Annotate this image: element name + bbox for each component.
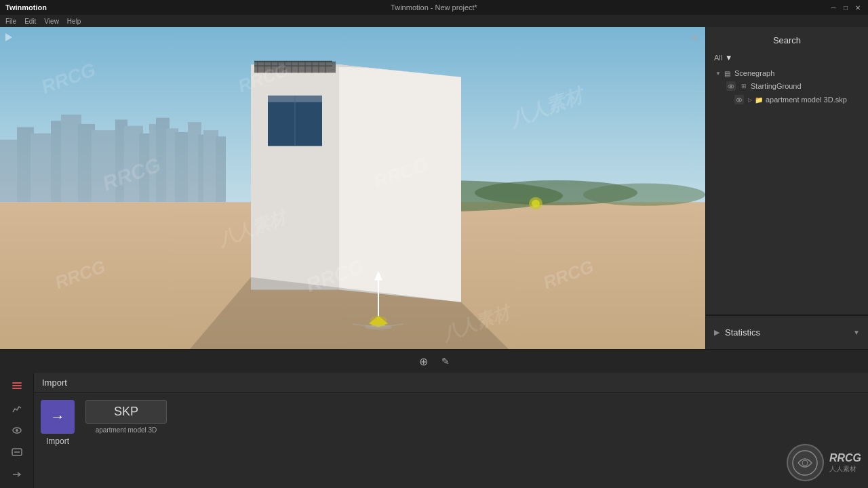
scenegraph-starting-ground[interactable]: ⊞ StartingGround bbox=[722, 79, 863, 93]
sidebar-layers-icon[interactable] bbox=[7, 378, 27, 394]
apt-chevron: ▷ bbox=[748, 97, 752, 103]
menu-file[interactable]: File bbox=[5, 18, 16, 25]
statistics-panel[interactable]: ▶ Statistics ▼ bbox=[706, 315, 868, 349]
svg-rect-61 bbox=[12, 388, 22, 389]
svg-rect-3 bbox=[31, 134, 54, 202]
import-main-area: Import → Import SKP apartment model 3D bbox=[34, 373, 868, 488]
svg-rect-18 bbox=[216, 136, 226, 202]
ground-icon: ⊞ bbox=[740, 82, 748, 90]
statistics-chevron[interactable]: ▼ bbox=[853, 329, 860, 336]
svg-rect-59 bbox=[12, 382, 22, 384]
maximize-button[interactable]: □ bbox=[841, 3, 850, 12]
menu-view[interactable]: View bbox=[44, 18, 59, 25]
visibility-icon-apt[interactable] bbox=[734, 95, 744, 104]
svg-point-22 bbox=[583, 184, 705, 206]
import-button[interactable]: → bbox=[41, 400, 75, 434]
import-content: → Import SKP apartment model 3D bbox=[34, 393, 868, 488]
rrcg-brand-text: RRCG bbox=[829, 452, 861, 464]
minimize-button[interactable]: ─ bbox=[829, 3, 838, 12]
viewport-eye-button[interactable]: 👁 bbox=[690, 33, 700, 43]
svg-rect-26 bbox=[254, 62, 336, 73]
top-section: 👁 RRCG RRCG RRCG RRCG RRCG RRCG RRCG 八人素… bbox=[0, 27, 868, 349]
svg-point-58 bbox=[738, 99, 741, 101]
app-logo: Twinmotion bbox=[5, 3, 47, 12]
import-arrow-icon: → bbox=[50, 408, 65, 426]
main-layout: 👁 RRCG RRCG RRCG RRCG RRCG RRCG RRCG 八人素… bbox=[0, 27, 868, 488]
window-controls[interactable]: ─ □ ✕ bbox=[829, 3, 863, 12]
filter-label: All bbox=[714, 54, 722, 62]
svg-point-52 bbox=[365, 325, 392, 329]
import-top-bar: Import bbox=[34, 373, 868, 393]
svg-point-67 bbox=[793, 451, 817, 475]
svg-rect-7 bbox=[92, 130, 119, 202]
titlebar: Twinmotion Twinmotion - New project* ─ □… bbox=[0, 0, 868, 15]
menu-edit[interactable]: Edit bbox=[24, 18, 36, 25]
import-tab-label: Import bbox=[42, 378, 67, 388]
rrcg-watermark: RRCG 人人素材 bbox=[787, 444, 861, 481]
menubar: File Edit View Help bbox=[0, 15, 868, 27]
import-button-wrapper: → Import bbox=[41, 400, 75, 446]
viewport-play-button[interactable] bbox=[5, 33, 12, 43]
scenegraph-apartment[interactable]: ▷ 📁 apartment model 3D.skp bbox=[730, 93, 863, 106]
statistics-title: Statistics bbox=[725, 327, 760, 338]
menu-help[interactable]: Help bbox=[67, 18, 81, 25]
filter-dropdown[interactable]: ▼ bbox=[725, 54, 732, 62]
filter-arrow: ▼ bbox=[725, 54, 732, 62]
rrcg-logo-circle bbox=[787, 444, 824, 481]
search-title: Search bbox=[773, 35, 801, 45]
scene-svg bbox=[0, 27, 705, 349]
pen-button[interactable]: ✎ bbox=[441, 356, 450, 367]
scenegraph-root[interactable]: ▼ ▤ Scenegraph bbox=[711, 67, 863, 79]
rrcg-text-group: RRCG 人人素材 bbox=[829, 452, 861, 474]
scenegraph-ground-label: StartingGround bbox=[751, 82, 802, 90]
import-button-label: Import bbox=[46, 436, 69, 446]
app-title: Twinmotion - New project* bbox=[391, 3, 477, 12]
statistics-play-icon[interactable]: ▶ bbox=[714, 328, 719, 337]
sidebar-link-icon[interactable] bbox=[7, 444, 27, 460]
sidebar-eye-icon[interactable] bbox=[7, 422, 27, 439]
svg-point-56 bbox=[730, 85, 732, 87]
scenegraph-root-label: Scenegraph bbox=[734, 69, 774, 77]
svg-rect-60 bbox=[12, 385, 22, 386]
svg-marker-24 bbox=[339, 64, 461, 302]
sidebar-graph-icon[interactable] bbox=[7, 400, 27, 416]
crosshair-button[interactable]: ⊕ bbox=[419, 355, 428, 368]
rrcg-sub-text: 人人素材 bbox=[829, 464, 861, 474]
bottom-toolbar: ⊕ ✎ bbox=[0, 349, 868, 373]
root-folder-icon: ▤ bbox=[724, 69, 732, 77]
visibility-icon-ground[interactable] bbox=[726, 81, 736, 91]
svg-point-54 bbox=[532, 200, 540, 207]
right-panel: Search All ▼ ▼ ▤ Scenegraph bbox=[705, 27, 868, 349]
close-button[interactable]: ✕ bbox=[853, 3, 863, 12]
scenegraph-section: ▼ ▤ Scenegraph ⊞ StartingGrou bbox=[711, 67, 863, 309]
sidebar-arrow-icon[interactable] bbox=[7, 466, 27, 483]
titlebar-left: Twinmotion bbox=[5, 3, 47, 12]
root-chevron: ▼ bbox=[715, 70, 721, 77]
viewport[interactable]: 👁 RRCG RRCG RRCG RRCG RRCG RRCG RRCG 八人素… bbox=[0, 27, 705, 349]
scenegraph-apt-label: apartment model 3D.skp bbox=[766, 96, 847, 104]
left-sidebar bbox=[0, 373, 34, 488]
search-filter[interactable]: All ▼ bbox=[711, 52, 863, 63]
skp-filename: apartment model 3D bbox=[85, 426, 167, 434]
skp-type-label: SKP bbox=[85, 400, 167, 424]
svg-point-63 bbox=[16, 429, 18, 432]
svg-point-68 bbox=[802, 460, 808, 466]
search-panel: Search All ▼ ▼ ▤ Scenegraph bbox=[706, 27, 868, 315]
skp-file-card[interactable]: SKP apartment model 3D bbox=[85, 400, 167, 434]
search-header: Search bbox=[711, 33, 863, 48]
apt-folder-icon: 📁 bbox=[755, 96, 763, 104]
import-section: Import → Import SKP apartment model 3D bbox=[0, 373, 868, 488]
